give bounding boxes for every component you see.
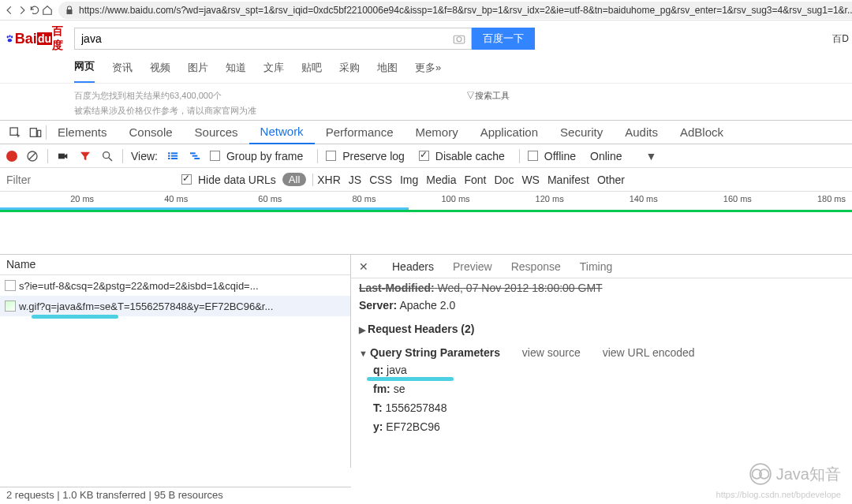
tab-response[interactable]: Response: [511, 260, 561, 273]
tab-memory[interactable]: Memory: [405, 121, 469, 144]
offline-checkbox[interactable]: Offline: [528, 150, 576, 162]
view-url-encoded-link[interactable]: view URL encoded: [603, 346, 695, 359]
forward-button[interactable]: [17, 2, 28, 19]
svg-rect-17: [171, 155, 178, 156]
search-box: [74, 28, 472, 50]
tab-zhidao[interactable]: 知道: [226, 61, 246, 83]
tab-headers[interactable]: Headers: [392, 260, 434, 273]
filter-ws[interactable]: WS: [518, 174, 544, 186]
filter-font[interactable]: Font: [460, 174, 490, 186]
view-source-link[interactable]: view source: [522, 346, 581, 359]
svg-point-0: [7, 35, 9, 38]
search-input[interactable]: [75, 28, 452, 49]
request-details: ✕ Headers Preview Response Timing Last-M…: [351, 255, 852, 468]
tab-console[interactable]: Console: [118, 121, 184, 144]
annotation-mark: [32, 315, 118, 319]
view-list-icon[interactable]: [166, 149, 180, 163]
tab-timing[interactable]: Timing: [580, 260, 613, 273]
browser-toolbar: https://www.baidu.com/s?wd=java&rsv_spt=…: [0, 0, 852, 21]
svg-rect-20: [190, 152, 196, 154]
filter-xhr[interactable]: XHR: [313, 174, 345, 186]
headers-pane: Last-Modified: Wed, 07 Nov 2012 18:00:00…: [351, 278, 852, 436]
camera-icon[interactable]: [452, 32, 466, 46]
request-row[interactable]: w.gif?q=java&fm=se&T=1556257848&y=EF72BC…: [0, 296, 350, 316]
back-button[interactable]: [4, 2, 15, 19]
request-headers-section[interactable]: Request Headers (2): [359, 323, 474, 335]
filter-js[interactable]: JS: [345, 174, 365, 186]
svg-point-12: [103, 151, 110, 158]
tab-adblock[interactable]: AdBlock: [669, 121, 734, 144]
svg-rect-22: [194, 158, 200, 159]
group-by-frame-checkbox[interactable]: Group by frame: [210, 150, 303, 162]
tab-sources[interactable]: Sources: [184, 121, 249, 144]
tab-security[interactable]: Security: [549, 121, 614, 144]
tab-image[interactable]: 图片: [188, 61, 208, 83]
svg-rect-7: [30, 128, 36, 136]
filter-css[interactable]: CSS: [365, 174, 396, 186]
tab-tieba[interactable]: 贴吧: [301, 61, 322, 83]
tab-video[interactable]: 视频: [150, 61, 170, 83]
close-icon[interactable]: ✕: [359, 260, 368, 273]
address-bar[interactable]: https://www.baidu.com/s?wd=java&rsv_spt=…: [58, 2, 852, 19]
svg-rect-21: [192, 155, 198, 156]
home-button[interactable]: [42, 2, 53, 19]
svg-rect-18: [168, 158, 170, 159]
disable-cache-checkbox[interactable]: Disable cache: [419, 150, 505, 162]
document-icon: [5, 280, 16, 291]
search-button[interactable]: 百度一下: [472, 28, 535, 50]
tab-web[interactable]: 网页: [74, 59, 95, 83]
network-body: Name s?ie=utf-8&csq=2&pstg=22&mod=2&isbd…: [0, 255, 852, 468]
search-icon[interactable]: [100, 149, 114, 163]
search-tools[interactable]: ▽搜索工具: [466, 90, 510, 102]
tab-caigou[interactable]: 采购: [339, 61, 360, 83]
tab-map[interactable]: 地图: [377, 61, 398, 83]
request-list: Name s?ie=utf-8&csq=2&pstg=22&mod=2&isbd…: [0, 255, 351, 468]
baidu-tabs: 网页 资讯 视频 图片 知道 文库 贴吧 采购 地图 更多»: [0, 54, 852, 84]
details-tabs: ✕ Headers Preview Response Timing: [351, 255, 852, 278]
record-button[interactable]: [6, 151, 17, 162]
throttling-select[interactable]: Online: [590, 150, 622, 162]
preserve-log-checkbox[interactable]: Preserve log: [326, 150, 405, 162]
baidu-header: Baidu百度 百度一下 百D: [0, 21, 852, 54]
device-icon[interactable]: [25, 122, 46, 143]
filter-doc[interactable]: Doc: [490, 174, 518, 186]
network-timeline[interactable]: 20 ms 40 ms 60 ms 80 ms 100 ms 120 ms 14…: [0, 192, 852, 255]
image-icon: [5, 301, 16, 312]
tab-audits[interactable]: Audits: [614, 121, 669, 144]
annotation-mark: [367, 377, 454, 381]
tab-preview[interactable]: Preview: [453, 260, 492, 273]
url-text: https://www.baidu.com/s?wd=java&rsv_spt=…: [79, 5, 852, 16]
inspect-icon[interactable]: [5, 122, 25, 143]
svg-line-13: [109, 158, 112, 161]
network-filterbar: Hide data URLs All XHR JS CSS Img Media …: [0, 168, 852, 192]
clear-icon[interactable]: [25, 149, 39, 163]
filter-all[interactable]: All: [282, 173, 306, 186]
filter-input[interactable]: [0, 169, 181, 191]
tab-more[interactable]: 更多»: [415, 61, 441, 83]
camera-toggle-icon[interactable]: [56, 149, 70, 163]
tab-performance[interactable]: Performance: [315, 121, 405, 144]
filter-img[interactable]: Img: [396, 174, 422, 186]
filter-media[interactable]: Media: [422, 174, 460, 186]
request-row[interactable]: s?ie=utf-8&csq=2&pstg=22&mod=2&isbd=1&cq…: [0, 275, 350, 296]
network-toolbar: View: Group by frame Preserve log Disabl…: [0, 144, 852, 168]
filter-manifest[interactable]: Manifest: [544, 174, 593, 186]
filter-other[interactable]: Other: [593, 174, 629, 186]
svg-point-23: [750, 464, 771, 484]
query-string-section[interactable]: Query String Parameters: [359, 346, 500, 359]
tab-wenku[interactable]: 文库: [263, 61, 284, 83]
tab-network[interactable]: Network: [249, 121, 315, 144]
reload-button[interactable]: [29, 2, 40, 19]
view-waterfall-icon[interactable]: [188, 149, 202, 163]
baidu-logo[interactable]: Baidu百度: [5, 27, 66, 50]
watermark-url: https://blog.csdn.net/bpdevelope: [716, 490, 841, 499]
hide-data-urls-checkbox[interactable]: Hide data URLs: [181, 174, 276, 186]
name-column-header[interactable]: Name: [0, 255, 350, 275]
tab-elements[interactable]: Elements: [47, 121, 118, 144]
svg-point-5: [457, 37, 462, 42]
tab-news[interactable]: 资讯: [112, 61, 133, 83]
tab-application[interactable]: Application: [469, 121, 549, 144]
filter-icon[interactable]: [78, 149, 92, 163]
results-meta: 百度为您找到相关结果约63,400,000个 ▽搜索工具: [0, 84, 852, 105]
dropdown-icon[interactable]: ▼: [645, 150, 656, 162]
